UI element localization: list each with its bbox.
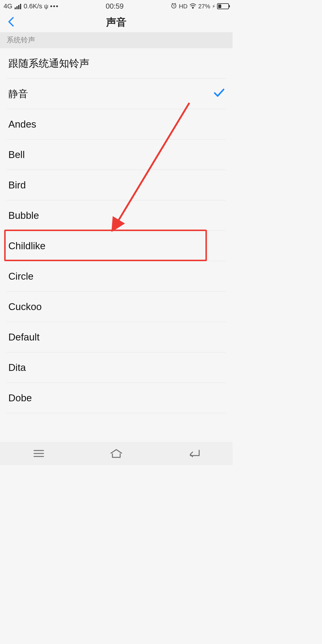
ringtone-label: Default — [8, 332, 40, 343]
ringtone-label: 静音 — [8, 87, 28, 101]
section-header: 系统铃声 — [0, 32, 233, 48]
ringtone-label: Dobe — [8, 392, 32, 404]
ringtone-label: 跟随系统通知铃声 — [8, 57, 89, 70]
ringtone-label: Dita — [8, 362, 26, 373]
ringtone-item[interactable]: Default — [0, 322, 233, 352]
ringtone-item[interactable]: Childlike — [0, 231, 233, 261]
back-nav-button[interactable] — [155, 449, 233, 458]
more-icon: ••• — [50, 2, 59, 10]
signal-icon — [15, 3, 21, 9]
network-type: 4G — [4, 2, 12, 10]
back-button[interactable] — [5, 14, 17, 31]
ringtone-label: Childlike — [8, 240, 46, 252]
battery-icon — [217, 3, 229, 9]
check-icon — [213, 88, 225, 100]
wifi-icon — [189, 3, 196, 10]
network-speed: 0.6K/s — [24, 2, 42, 10]
status-left: 4G 0.6K/s ψ ••• — [4, 2, 59, 10]
ringtone-label: Bell — [8, 149, 25, 160]
system-nav-bar — [0, 442, 233, 465]
ringtone-item[interactable]: 跟随系统通知铃声 — [0, 48, 233, 79]
hd-label: HD — [179, 3, 188, 10]
page-title: 声音 — [3, 16, 230, 29]
ringtone-item[interactable]: Bubble — [0, 200, 233, 231]
ringtone-item[interactable]: Dobe — [0, 383, 233, 413]
ringtone-item[interactable]: Bell — [0, 140, 233, 170]
clock: 00:59 — [59, 2, 171, 10]
ringtone-item[interactable]: Bird — [0, 170, 233, 200]
status-bar: 4G 0.6K/s ψ ••• 00:59 HD 27% ⚡︎ — [0, 0, 233, 13]
ringtone-label: Bubble — [8, 210, 39, 221]
ringtone-label: Cuckoo — [8, 301, 42, 312]
charging-icon: ⚡︎ — [212, 4, 215, 9]
home-button[interactable] — [78, 448, 155, 459]
usb-icon: ψ — [44, 3, 48, 10]
status-right: HD 27% ⚡︎ — [171, 2, 229, 10]
ringtone-item[interactable]: Cuckoo — [0, 292, 233, 322]
battery-pct: 27% — [198, 3, 210, 10]
ringtone-label: Bird — [8, 179, 26, 191]
ringtone-label: Andes — [8, 119, 36, 130]
ringtone-item[interactable]: Circle — [0, 261, 233, 292]
ringtone-label: Circle — [8, 271, 33, 282]
page-header: 声音 — [0, 13, 233, 32]
separator — [7, 413, 226, 413]
svg-point-1 — [193, 7, 193, 8]
alarm-icon — [171, 2, 177, 10]
ringtone-item[interactable]: Andes — [0, 109, 233, 140]
ringtone-item[interactable]: 静音 — [0, 79, 233, 109]
ringtone-item[interactable]: Dita — [0, 352, 233, 383]
recent-apps-button[interactable] — [0, 449, 78, 458]
ringtone-list: 跟随系统通知铃声静音AndesBellBirdBubbleChildlikeCi… — [0, 48, 233, 413]
